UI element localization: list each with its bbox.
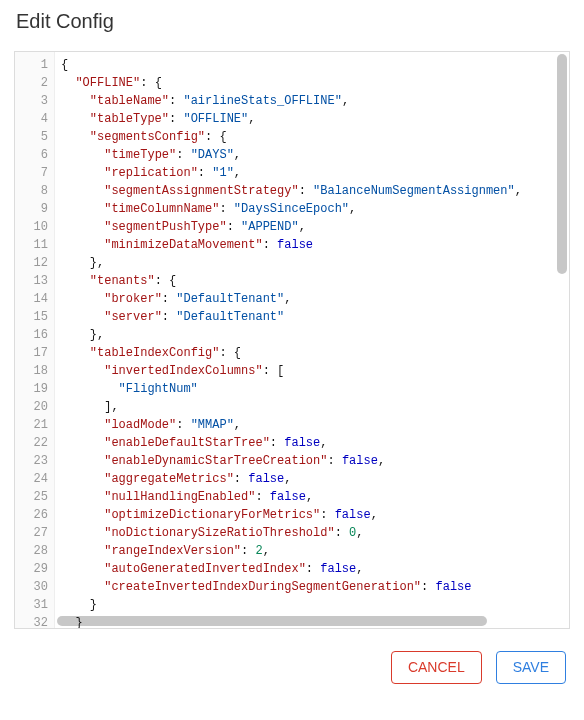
gutter-line-number: 25	[15, 488, 54, 506]
code-line[interactable]: "broker": "DefaultTenant",	[61, 290, 569, 308]
gutter-line-number: 9	[15, 200, 54, 218]
code-line[interactable]: "timeColumnName": "DaysSinceEpoch",	[61, 200, 569, 218]
code-line[interactable]: "replication": "1",	[61, 164, 569, 182]
gutter-line-number: 6	[15, 146, 54, 164]
gutter-line-number: 13	[15, 272, 54, 290]
code-line[interactable]: "tableIndexConfig": {	[61, 344, 569, 362]
code-line[interactable]: "server": "DefaultTenant"	[61, 308, 569, 326]
gutter-line-number: 11	[15, 236, 54, 254]
gutter-line-number: 23	[15, 452, 54, 470]
gutter-line-number: 31	[15, 596, 54, 614]
gutter-line-number: 30	[15, 578, 54, 596]
code-line[interactable]: "minimizeDataMovement": false	[61, 236, 569, 254]
code-line[interactable]: "invertedIndexColumns": [	[61, 362, 569, 380]
code-line[interactable]: "timeType": "DAYS",	[61, 146, 569, 164]
gutter-line-number: 12	[15, 254, 54, 272]
code-line[interactable]: "segmentPushType": "APPEND",	[61, 218, 569, 236]
gutter-line-number: 21	[15, 416, 54, 434]
editor-gutter: 1234567891011121314151617181920212223242…	[15, 52, 55, 628]
gutter-line-number: 28	[15, 542, 54, 560]
dialog-title: Edit Config	[16, 10, 570, 33]
gutter-line-number: 32	[15, 614, 54, 629]
code-line[interactable]: {	[61, 56, 569, 74]
code-line[interactable]: "loadMode": "MMAP",	[61, 416, 569, 434]
code-line[interactable]: "segmentAssignmentStrategy": "BalanceNum…	[61, 182, 569, 200]
gutter-line-number: 27	[15, 524, 54, 542]
editor-body[interactable]: { "OFFLINE": { "tableName": "airlineStat…	[55, 52, 569, 628]
gutter-line-number: 29	[15, 560, 54, 578]
code-line[interactable]: "aggregateMetrics": false,	[61, 470, 569, 488]
gutter-line-number: 17	[15, 344, 54, 362]
gutter-line-number: 15	[15, 308, 54, 326]
code-line[interactable]: "nullHandlingEnabled": false,	[61, 488, 569, 506]
gutter-line-number: 16	[15, 326, 54, 344]
code-line[interactable]: "tenants": {	[61, 272, 569, 290]
horizontal-scrollbar-thumb[interactable]	[57, 616, 487, 626]
dialog-actions: CANCEL SAVE	[14, 651, 570, 684]
code-line[interactable]: "noDictionarySizeRatioThreshold": 0,	[61, 524, 569, 542]
gutter-line-number: 18	[15, 362, 54, 380]
code-line[interactable]: "autoGeneratedInvertedIndex": false,	[61, 560, 569, 578]
gutter-line-number: 24	[15, 470, 54, 488]
json-editor[interactable]: 1234567891011121314151617181920212223242…	[14, 51, 570, 629]
code-line[interactable]: "tableType": "OFFLINE",	[61, 110, 569, 128]
code-line[interactable]: },	[61, 326, 569, 344]
gutter-line-number: 26	[15, 506, 54, 524]
code-line[interactable]: "createInvertedIndexDuringSegmentGenerat…	[61, 578, 569, 596]
code-line[interactable]: "FlightNum"	[61, 380, 569, 398]
code-line[interactable]: "enableDynamicStarTreeCreation": false,	[61, 452, 569, 470]
gutter-line-number: 19	[15, 380, 54, 398]
code-line[interactable]: "tableName": "airlineStats_OFFLINE",	[61, 92, 569, 110]
code-line[interactable]: "OFFLINE": {	[61, 74, 569, 92]
code-line[interactable]: "rangeIndexVersion": 2,	[61, 542, 569, 560]
code-line[interactable]: "segmentsConfig": {	[61, 128, 569, 146]
gutter-line-number: 20	[15, 398, 54, 416]
save-button[interactable]: SAVE	[496, 651, 566, 684]
vertical-scrollbar[interactable]	[557, 54, 567, 614]
gutter-line-number: 4	[15, 110, 54, 128]
horizontal-scrollbar[interactable]	[57, 616, 555, 626]
code-line[interactable]: ],	[61, 398, 569, 416]
code-line[interactable]: },	[61, 254, 569, 272]
gutter-line-number: 8	[15, 182, 54, 200]
gutter-line-number: 22	[15, 434, 54, 452]
code-line[interactable]: }	[61, 596, 569, 614]
code-line[interactable]: "optimizeDictionaryForMetrics": false,	[61, 506, 569, 524]
gutter-line-number: 5	[15, 128, 54, 146]
gutter-line-number: 10	[15, 218, 54, 236]
cancel-button[interactable]: CANCEL	[391, 651, 482, 684]
vertical-scrollbar-thumb[interactable]	[557, 54, 567, 274]
gutter-line-number: 7	[15, 164, 54, 182]
gutter-line-number: 3	[15, 92, 54, 110]
editor-code[interactable]: { "OFFLINE": { "tableName": "airlineStat…	[55, 52, 569, 628]
gutter-line-number: 1	[15, 56, 54, 74]
gutter-line-number: 2	[15, 74, 54, 92]
edit-config-dialog: Edit Config 1234567891011121314151617181…	[0, 0, 584, 720]
gutter-line-number: 14	[15, 290, 54, 308]
code-line[interactable]: "enableDefaultStarTree": false,	[61, 434, 569, 452]
